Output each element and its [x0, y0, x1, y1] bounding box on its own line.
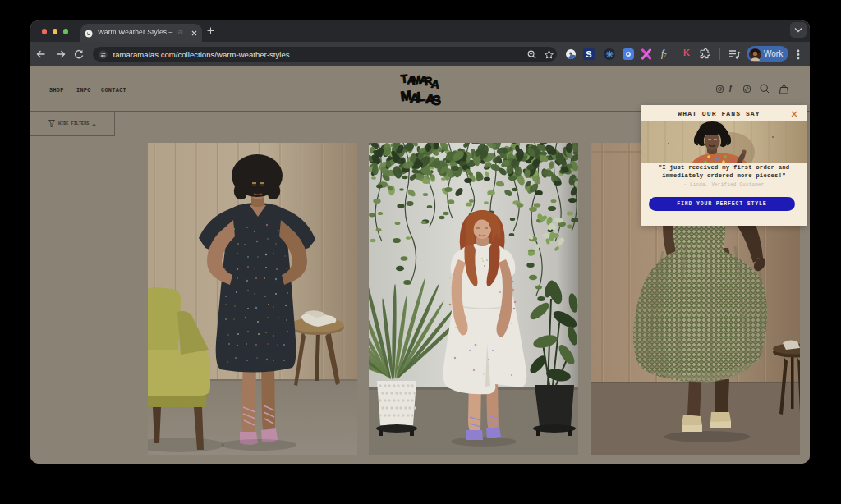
- svg-text:S: S: [432, 93, 441, 108]
- svg-text:A: A: [430, 78, 440, 91]
